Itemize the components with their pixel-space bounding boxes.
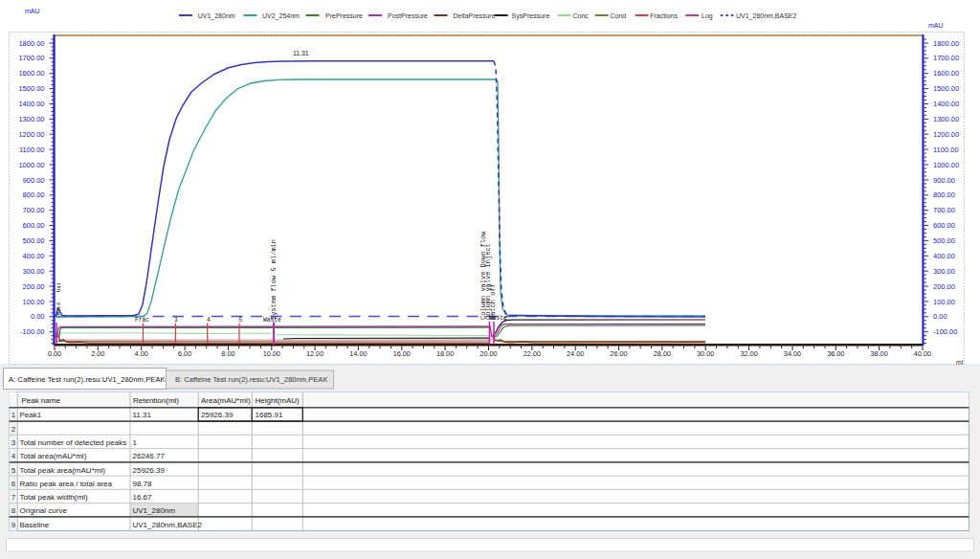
svg-text:300.00: 300.00 — [23, 267, 45, 276]
svg-text:400.00: 400.00 — [23, 252, 45, 260]
svg-text:Total number of detected peaks: Total number of detected peaks — [20, 438, 127, 447]
svg-text:900.00: 900.00 — [23, 176, 45, 185]
svg-text:1000.00: 1000.00 — [18, 161, 44, 169]
svg-text:700.00: 700.00 — [933, 206, 955, 214]
svg-text:26246.77: 26246.77 — [133, 452, 166, 460]
svg-text:A: Caffeine Test run(2).resu:U: A: Caffeine Test run(2).resu:UV1_280nm,P… — [9, 375, 166, 384]
svg-text:1685.91: 1685.91 — [256, 411, 283, 419]
svg-text:700.00: 700.00 — [23, 206, 45, 214]
svg-text:1500.00: 1500.00 — [18, 84, 44, 93]
svg-text:-100.00: -100.00 — [933, 327, 957, 336]
svg-text:UV1_280nm: UV1_280nm — [133, 506, 176, 515]
svg-text:800.00: 800.00 — [933, 190, 955, 199]
svg-text:200.00: 200.00 — [933, 282, 955, 291]
svg-text:500.00: 500.00 — [933, 236, 955, 245]
svg-text:-100.00: -100.00 — [20, 327, 44, 336]
svg-text:600.00: 600.00 — [23, 221, 45, 230]
svg-text:1300.00: 1300.00 — [18, 115, 44, 123]
svg-text:2: 2 — [11, 425, 16, 434]
svg-text:c: c — [503, 316, 507, 323]
svg-text:Conc: Conc — [573, 12, 590, 19]
svg-text:9: 9 — [11, 521, 16, 529]
svg-text:Original curve: Original curve — [20, 506, 68, 515]
svg-text:25926.39: 25926.39 — [133, 466, 166, 475]
svg-text:Total peak width(ml): Total peak width(ml) — [20, 493, 88, 502]
svg-text:0.00: 0.00 — [31, 312, 45, 321]
svg-text:98.78: 98.78 — [133, 480, 153, 488]
svg-text:1300.00: 1300.00 — [933, 115, 959, 123]
svg-text:1100.00: 1100.00 — [19, 145, 45, 154]
svg-text:Height(mAU): Height(mAU) — [256, 396, 301, 405]
svg-text:Fractions: Fractions — [650, 12, 678, 19]
svg-text:11.31: 11.31 — [133, 411, 152, 419]
svg-text:16.67: 16.67 — [133, 493, 153, 502]
svg-text:Met0: Met0 — [56, 302, 62, 315]
svg-text:3: 3 — [11, 438, 16, 447]
svg-text:1700.00: 1700.00 — [933, 54, 959, 62]
svg-text:UV1_280nm: UV1_280nm — [198, 12, 235, 20]
svg-text:7: 7 — [11, 493, 16, 502]
svg-text:1500.00: 1500.00 — [933, 84, 959, 93]
svg-text:Peak1: Peak1 — [20, 411, 42, 419]
svg-text:1600.00: 1600.00 — [18, 69, 44, 78]
svg-text:Area(mAU*ml): Area(mAU*ml) — [201, 396, 251, 405]
svg-text:1200.00: 1200.00 — [933, 130, 959, 139]
svg-text:1100.00: 1100.00 — [933, 145, 959, 154]
svg-text:1000.00: 1000.00 — [933, 161, 959, 169]
svg-text:4: 4 — [207, 317, 211, 324]
svg-text:Ratio peak area / total area: Ratio peak area / total area — [20, 480, 113, 488]
svg-text:UV1_280nm,BASE2: UV1_280nm,BASE2 — [133, 521, 203, 529]
svg-text:600.00: 600.00 — [933, 221, 955, 230]
svg-text:6: 6 — [11, 480, 16, 488]
svg-text:1: 1 — [11, 411, 16, 419]
svg-text:800.00: 800.00 — [23, 190, 45, 199]
svg-text:0.00: 0.00 — [933, 312, 947, 321]
svg-text:400.00: 400.00 — [933, 252, 955, 260]
svg-text:1800.00: 1800.00 — [18, 39, 44, 48]
svg-text:100.00: 100.00 — [23, 298, 45, 306]
svg-text:900.00: 900.00 — [933, 176, 955, 185]
svg-text:500.00: 500.00 — [23, 236, 45, 245]
svg-text:3: 3 — [174, 317, 178, 324]
svg-text:SysPressure: SysPressure — [512, 12, 550, 20]
svg-text:Log: Log — [702, 12, 713, 20]
svg-text:5: 5 — [239, 317, 243, 324]
svg-text:1400.00: 1400.00 — [933, 100, 959, 108]
svg-text:UV1_280nm,BASE2: UV1_280nm,BASE2 — [736, 12, 797, 20]
svg-text:8: 8 — [11, 506, 16, 515]
svg-text:Ua1: Ua1 — [56, 281, 62, 292]
svg-text:Frac: Frac — [135, 317, 149, 324]
svg-text:1800.00: 1800.00 — [933, 39, 959, 48]
svg-text:UV2_254nm: UV2_254nm — [262, 12, 300, 20]
svg-text:Peak name: Peak name — [21, 396, 60, 405]
svg-text:B: Caffeine Test run(2).resu:U: B: Caffeine Test run(2).resu:UV1_280nm,P… — [175, 375, 327, 384]
svg-text:PrePressure: PrePressure — [325, 12, 363, 19]
svg-text:mAU: mAU — [25, 8, 40, 14]
svg-text:mAU: mAU — [928, 22, 944, 29]
svg-text:200.00: 200.00 — [23, 282, 45, 291]
svg-text:Watch off: Watch off — [489, 283, 497, 320]
svg-text:PostPressure: PostPressure — [388, 12, 428, 19]
svg-text:Total peak area(mAU*ml): Total peak area(mAU*ml) — [20, 466, 106, 475]
svg-text:1700.00: 1700.00 — [18, 54, 44, 62]
svg-text:11.31: 11.31 — [293, 50, 309, 56]
svg-text:DeltaPressure: DeltaPressure — [453, 12, 495, 19]
svg-text:System flow 5 ml/min: System flow 5 ml/min — [270, 239, 278, 320]
svg-text:1: 1 — [133, 438, 138, 447]
svg-text:5: 5 — [11, 466, 16, 475]
svg-text:4: 4 — [11, 452, 16, 460]
svg-text:100.00: 100.00 — [933, 298, 955, 306]
svg-text:1200.00: 1200.00 — [18, 130, 44, 139]
svg-text:1400.00: 1400.00 — [18, 100, 44, 108]
svg-text:25926.39: 25926.39 — [201, 411, 234, 419]
svg-text:Retention(ml): Retention(ml) — [133, 396, 179, 405]
svg-text:Total area(mAU*ml): Total area(mAU*ml) — [20, 452, 87, 460]
svg-text:Cond: Cond — [611, 12, 627, 19]
svg-text:300.00: 300.00 — [933, 267, 955, 276]
svg-text:1600.00: 1600.00 — [933, 69, 959, 78]
svg-text:Baseline: Baseline — [20, 521, 50, 529]
